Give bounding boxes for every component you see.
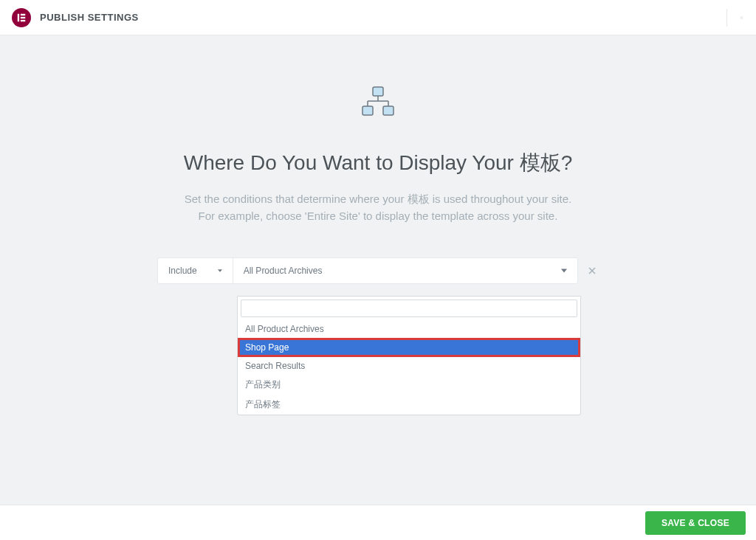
page-heading: Where Do You Want to Display Your 模板? — [184, 149, 573, 177]
dropdown-option-product-category[interactable]: 产品类别 — [238, 375, 580, 395]
dropdown-option-shop-page[interactable]: Shop Page — [238, 338, 580, 357]
svg-marker-14 — [561, 269, 567, 272]
svg-rect-7 — [362, 106, 373, 115]
archive-type-select[interactable]: All Product Archives — [233, 258, 577, 283]
svg-rect-6 — [373, 87, 383, 96]
dialog-header: PUBLISH SETTINGS — [0, 0, 756, 35]
remove-condition-button[interactable] — [585, 264, 599, 277]
close-icon — [586, 265, 598, 277]
save-close-button[interactable]: SAVE & CLOSE — [645, 511, 746, 535]
archive-label: All Product Archives — [244, 266, 323, 276]
caret-down-icon — [218, 269, 222, 273]
svg-marker-13 — [218, 269, 222, 272]
dialog-title: PUBLISH SETTINGS — [40, 12, 139, 23]
close-icon — [739, 12, 744, 24]
condition-selects: Include All Product Archives — [157, 257, 578, 284]
dropdown-option-search-results[interactable]: Search Results — [238, 357, 580, 375]
include-label: Include — [168, 266, 197, 276]
dropdown-option-product-tag[interactable]: 产品标签 — [238, 395, 580, 415]
svg-rect-2 — [21, 16, 25, 18]
include-exclude-select[interactable]: Include — [158, 258, 233, 283]
condition-row: Include All Product Archives — [157, 257, 599, 284]
close-button[interactable] — [726, 9, 744, 27]
svg-rect-1 — [21, 13, 25, 15]
svg-rect-0 — [18, 13, 19, 21]
svg-rect-8 — [383, 106, 394, 115]
dialog-content: Where Do You Want to Display Your 模板? Se… — [0, 35, 756, 284]
caret-down-icon — [561, 268, 567, 274]
subtext-line-1: Set the conditions that determine where … — [185, 193, 571, 205]
subtext-line-2: For example, choose 'Entire Site' to dis… — [199, 210, 558, 222]
elementor-logo-icon — [16, 13, 27, 23]
sitemap-icon — [360, 86, 396, 120]
dialog-footer: SAVE & CLOSE — [0, 505, 756, 540]
svg-rect-3 — [21, 19, 25, 21]
archive-dropdown-panel: All Product Archives Shop Page Search Re… — [237, 296, 581, 415]
dropdown-search-input[interactable] — [241, 300, 577, 317]
dropdown-options-list: All Product Archives Shop Page Search Re… — [238, 320, 580, 415]
dropdown-option-all-product-archives[interactable]: All Product Archives — [238, 320, 580, 338]
elementor-logo — [12, 8, 31, 27]
page-subtext: Set the conditions that determine where … — [185, 190, 571, 225]
dropdown-search-wrapper — [238, 297, 580, 320]
